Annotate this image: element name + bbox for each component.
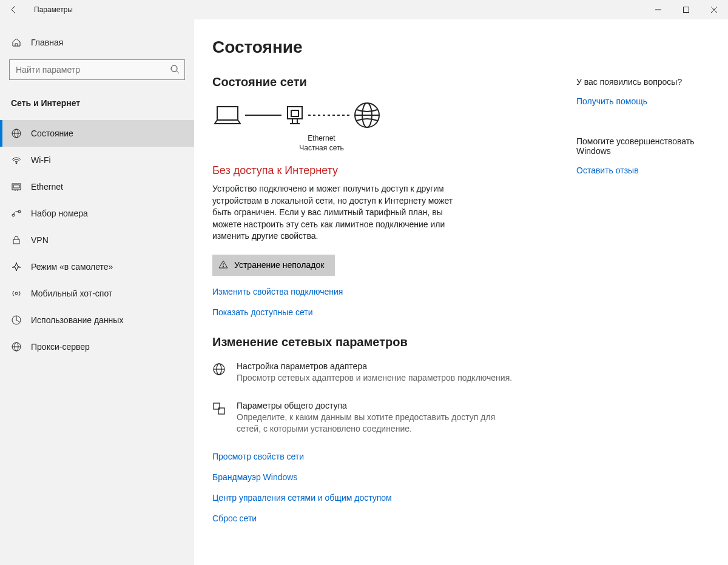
proxy-icon [11,341,22,352]
nav-item-proxy[interactable]: Прокси-сервер [0,333,194,360]
svg-point-17 [15,292,18,295]
search-input[interactable] [16,65,170,75]
svg-point-34 [223,266,223,267]
nav-item-label: Wi-Fi [31,155,51,165]
home-icon [11,38,22,47]
category-title: Сеть и Интернет [0,92,194,120]
svg-point-4 [171,65,177,72]
maximize-button[interactable] [672,0,700,19]
link-change-connprops[interactable]: Изменить свойства подключения [212,287,710,296]
hotspot-icon [11,288,22,299]
svg-rect-16 [13,239,19,244]
opt2-title: Параметры общего доступа [237,401,516,410]
link-leave-feedback[interactable]: Оставить отзыв [576,165,710,175]
nav-item-hotspot[interactable]: Мобильный хот-спот [0,280,194,307]
link-get-help[interactable]: Получить помощь [576,96,710,106]
nav-item-ethernet[interactable]: Ethernet [0,173,194,200]
aside-questions: У вас появились вопросы? [576,77,710,87]
adapter-icon [212,361,226,384]
link-network-reset[interactable]: Сброс сети [212,513,710,523]
nav-item-label: Использование данных [31,315,123,325]
svg-point-9 [16,162,17,164]
sharing-icon [212,401,226,435]
opt1-title: Настройка параметров адаптера [237,361,512,371]
svg-rect-25 [291,110,298,116]
net-label-adapter: Ethernet [285,134,358,142]
minimize-button[interactable] [644,0,672,19]
svg-rect-11 [13,185,19,188]
aside-panel: У вас появились вопросы? Получить помощь… [576,77,710,175]
warning-icon [218,259,228,271]
desc-text: Устройство подключено и может получить д… [212,183,455,242]
airplane-icon [11,261,22,272]
link-windows-firewall[interactable]: Брандмауэр Windows [212,472,710,482]
window-controls [644,0,728,19]
svg-line-5 [177,71,179,73]
aside-feedback-text: Помогите усовершенствовать Windows [576,136,710,156]
content: Состояние Состояние сети [194,19,728,565]
home-label: Главная [31,38,63,47]
nav-item-wifi[interactable]: Wi-Fi [0,147,194,173]
opt1-desc: Просмотр сетевых адаптеров и изменение п… [237,372,512,384]
laptop-icon [212,103,243,127]
option-sharing-settings[interactable]: Параметры общего доступа Определите, к к… [212,401,516,435]
opt2-desc: Определите, к каким данным вы хотите пре… [237,412,516,435]
search-box[interactable] [9,59,185,80]
link-sharing-center[interactable]: Центр управления сетями и общим доступом [212,493,710,503]
datausage-icon [11,315,22,326]
nav-item-status[interactable]: Состояние [0,120,194,147]
wifi-icon [11,155,22,165]
status-icon [11,128,22,139]
search-icon [170,64,180,76]
globe-icon [353,101,381,129]
link-show-networks[interactable]: Показать доступные сети [212,307,710,317]
section2-title: Изменение сетевых параметров [212,335,710,349]
nav-item-datausage[interactable]: Использование данных [0,307,194,333]
nav-item-label: Мобильный хот-спот [31,289,112,298]
titlebar: Параметры [0,0,728,19]
svg-rect-1 [684,7,689,13]
link-view-network-props[interactable]: Просмотр свойств сети [212,452,710,461]
back-button[interactable] [0,0,28,19]
home-nav[interactable]: Главная [0,32,194,53]
nav-item-label: Режим «в самолете» [31,262,113,272]
dialup-icon [11,208,22,219]
option-adapter-settings[interactable]: Настройка параметров адаптера Просмотр с… [212,361,516,384]
troubleshoot-label: Устранение неполадок [234,260,324,270]
ethernet-icon [11,181,22,192]
svg-rect-22 [217,107,238,120]
net-label-profile: Частная сеть [285,144,358,152]
nav-item-dialup[interactable]: Набор номера [0,200,194,227]
vpn-icon [11,235,22,246]
nav-item-airplane[interactable]: Режим «в самолете» [0,253,194,280]
nav-item-label: Прокси-сервер [31,342,90,352]
nav-item-label: Ethernet [31,182,63,192]
nav-item-vpn[interactable]: VPN [0,227,194,253]
nav-item-label: Набор номера [31,209,88,218]
troubleshoot-button[interactable]: Устранение неполадок [212,255,335,276]
page-title: Состояние [212,38,710,57]
nav-item-label: VPN [31,235,49,245]
nav-item-label: Состояние [31,129,73,138]
sidebar: Главная Сеть и Интернет Состояние Wi-Fi [0,19,194,565]
close-button[interactable] [700,0,728,19]
ethernet-device-icon [284,103,306,127]
window-title: Параметры [28,5,73,14]
